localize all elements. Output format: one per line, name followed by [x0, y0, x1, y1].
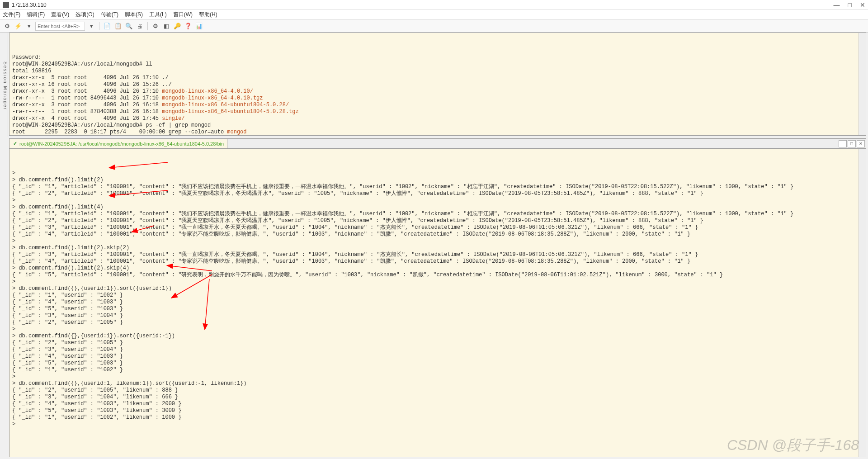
scrollbar[interactable] [859, 33, 866, 135]
terminal-line: { "_id" : "4", "userid" : "1003" } [12, 353, 863, 360]
connect-icon[interactable]: ⚙ [3, 22, 12, 31]
terminal-line: drwxr-xr-x 4 root root 4096 Jul 26 17:45… [12, 115, 863, 122]
window-title: 172.18.30.110 [12, 2, 834, 8]
find-icon[interactable]: 🔍 [124, 22, 133, 31]
terminal-line: > db.comment.find().limit(2).skip(4) [12, 265, 863, 272]
separator [99, 22, 99, 30]
chart-icon[interactable]: 📊 [194, 22, 203, 31]
terminal-line: { "_id" : "4", "articleid" : "100001", "… [12, 231, 863, 238]
terminal-top[interactable]: Password:root@WIN-20240529BJA:/usr/local… [9, 33, 866, 136]
terminal-line: > db.comment.find().limit(4) [12, 204, 863, 211]
terminal-line: { "_id" : "2", "articleid" : "100001", "… [12, 218, 863, 224]
terminal-bottom[interactable]: >> db.comment.find().limit(2){ "_id" : "… [9, 148, 866, 457]
terminal-line: { "_id" : "5", "userid" : "1003" } [12, 306, 863, 312]
terminal-line: root@WIN-20240529BJA:/usr/local/mongodb#… [12, 61, 863, 68]
terminal-line: drwxr-xr-x 3 root root 4096 Jul 26 16:18… [12, 102, 863, 109]
terminal-line: > [12, 170, 863, 177]
annotation-arrow [109, 162, 168, 168]
terminal-line: { "_id" : "2", "userid" : "1005", "liken… [12, 387, 863, 394]
terminal-line: > [12, 279, 863, 285]
terminal-line: > [12, 197, 863, 204]
terminal-line: root@WIN-20240529BJA:/usr/local/mongodb#… [12, 122, 863, 129]
scrollbar[interactable] [859, 149, 866, 457]
host-input[interactable] [35, 22, 85, 31]
terminal-line: > db.comment.find().limit(2) [12, 177, 863, 184]
terminal-line: { "_id" : "2", "userid" : "1005" } [12, 340, 863, 346]
terminal-line: > [12, 238, 863, 245]
terminal-line: { "_id" : "3", "articleid" : "100001", "… [12, 251, 863, 258]
menu-file[interactable]: 文件(F) [3, 11, 20, 19]
maximize-button[interactable]: □ [848, 1, 852, 9]
copy-icon[interactable]: 📄 [103, 22, 112, 31]
terminal-line: > db.comment.find({},{userid:1, likenum:… [12, 380, 863, 387]
pane-max-button[interactable]: □ [848, 140, 856, 147]
terminal-line: { "_id" : "4", "articleid" : "100001", "… [12, 258, 863, 265]
app-icon [3, 2, 9, 8]
menu-options[interactable]: 选项(O) [75, 11, 94, 19]
check-icon: ✓ [13, 141, 17, 147]
paste-icon[interactable]: 📋 [113, 22, 123, 31]
menu-view[interactable]: 查看(V) [51, 11, 69, 19]
close-button[interactable]: ✕ [860, 1, 865, 9]
settings-icon[interactable]: ⚙ [151, 22, 160, 31]
terminal-line: > db.comment.find({},{userid:1}).sort({u… [12, 333, 863, 340]
menu-window[interactable]: 窗口(W) [173, 11, 193, 19]
bottom-tabbar: ✓ root@WIN-20240529BJA: /usr/local/mongo… [9, 138, 866, 148]
terminal-line: { "_id" : "3", "userid" : "1004" } [12, 346, 863, 353]
terminal-line: > db.comment.find({},{userid:1}).sort({u… [12, 285, 863, 292]
terminal-line: total 168816 [12, 68, 863, 75]
terminal-line: > [12, 421, 863, 428]
menu-edit[interactable]: 编辑(E) [27, 11, 45, 19]
tab-active[interactable]: ✓ root@WIN-20240529BJA: /usr/local/mongo… [9, 139, 228, 148]
separator [147, 22, 148, 30]
help-icon[interactable]: ❓ [184, 22, 193, 31]
terminal-line: { "_id" : "5", "articleid" : "100001", "… [12, 272, 863, 279]
pane-min-button[interactable]: — [839, 140, 847, 147]
minimize-button[interactable]: — [834, 1, 840, 9]
quick-connect-icon[interactable]: ⚡ [14, 22, 23, 31]
terminal-line: { "_id" : "1", "userid" : "1002", "liken… [12, 414, 863, 421]
terminal-line: { "_id" : "1", "articleid" : "100001", "… [12, 184, 863, 190]
print-icon[interactable]: 🖨 [135, 22, 144, 31]
terminal-line: root 2295 2283 0 18:17 pts/4 00:00:00 gr… [12, 129, 863, 136]
terminal-line: { "_id" : "3", "userid" : "1004", "liken… [12, 394, 863, 401]
titlebar: 172.18.30.110 — □ ✕ [0, 0, 868, 10]
go-icon[interactable]: ▾ [87, 22, 96, 31]
menu-script[interactable]: 脚本(S) [125, 11, 143, 19]
terminal-line: { "_id" : "1", "userid" : "1002" } [12, 367, 863, 374]
terminal-line: { "_id" : "3", "userid" : "1004" } [12, 312, 863, 319]
terminal-line: Password: [12, 54, 863, 61]
terminal-line: > [12, 326, 863, 333]
terminal-line: -rw-r--r-- 1 root root 87840388 Jul 26 1… [12, 109, 863, 115]
key-icon[interactable]: 🔑 [173, 22, 182, 31]
menubar: 文件(F) 编辑(E) 查看(V) 选项(O) 传输(T) 脚本(S) 工具(L… [0, 10, 868, 20]
terminal-line: { "_id" : "2", "userid" : "1005" } [12, 319, 863, 326]
menu-help[interactable]: 帮助(H) [199, 11, 217, 19]
dropdown-icon[interactable]: ▾ [24, 22, 33, 31]
session-manager-tab[interactable]: Session Manager [0, 33, 8, 137]
terminal-line: { "_id" : "3", "articleid" : "100001", "… [12, 224, 863, 231]
terminal-line: > db.comment.find().limit(2).skip(2) [12, 245, 863, 251]
menu-tools[interactable]: 工具(L) [149, 11, 167, 19]
pane-close-button[interactable]: ✕ [857, 140, 865, 147]
terminal-line: { "_id" : "5", "userid" : "1003" } [12, 360, 863, 367]
terminal-line: { "_id" : "4", "userid" : "1003", "liken… [12, 401, 863, 407]
toolbar: ⚙ ⚡ ▾ ▾ 📄 📋 🔍 🖨 ⚙ ◧ 🔑 ❓ 📊 [0, 20, 868, 33]
terminal-line: { "_id" : "1", "articleid" : "100001", "… [12, 211, 863, 218]
terminal-line: { "_id" : "4", "userid" : "1003" } [12, 299, 863, 306]
terminal-line: { "_id" : "5", "userid" : "1003", "liken… [12, 407, 863, 414]
terminal-line: { "_id" : "2", "articleid" : "100001", "… [12, 190, 863, 197]
terminal-line: { "_id" : "1", "userid" : "1002" } [12, 292, 863, 299]
terminal-line: drwxr-xr-x 3 root root 4096 Jul 26 17:10… [12, 88, 863, 95]
session-icon[interactable]: ◧ [162, 22, 171, 31]
terminal-line: > [12, 374, 863, 380]
tab-label: root@WIN-20240529BJA: /usr/local/mongodb… [19, 141, 224, 147]
menu-transfer[interactable]: 传输(T) [101, 11, 118, 19]
terminal-line: drwxr-xr-x 5 root root 4096 Jul 26 17:10… [12, 75, 863, 81]
terminal-line: -rw-r--r-- 1 root root 84996443 Jul 26 1… [12, 95, 863, 102]
terminal-line: drwxr-xr-x 16 root root 4096 Jul 26 15:2… [12, 81, 863, 88]
